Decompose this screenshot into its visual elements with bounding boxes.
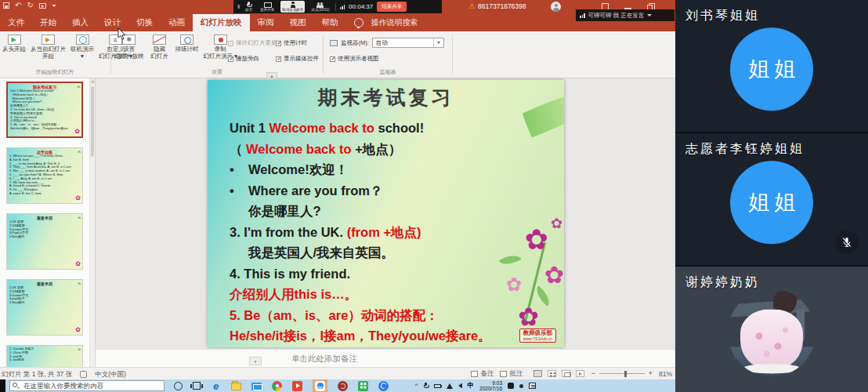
slideshow-view-icon[interactable] [576,370,584,377]
tray-dot-icon[interactable] [519,384,523,388]
leaf-decoration: ❧ [76,84,81,89]
taskbar-search-input[interactable] [9,380,165,391]
notes-splitter-handle[interactable]: ▾ [249,357,262,365]
from-current-slide-button[interactable]: 从当前幻灯片开始 [28,33,68,61]
mute-button[interactable]: 静音 [244,1,254,13]
tab-transitions[interactable]: 切换 [128,14,161,31]
language-indicator[interactable]: 中文(中国) [95,370,126,379]
speaker-indicator[interactable]: 可聊可聊 我 正在发言 [576,9,675,21]
thumbnail-scrollbar[interactable]: ▲ [89,78,95,367]
monitor-select[interactable]: 自动 [372,38,444,48]
wifi-icon[interactable] [447,383,453,389]
new-share-button[interactable]: 新的共享 [259,1,276,13]
start-button[interactable] [0,379,5,392]
tab-file[interactable]: 文件 [0,14,32,31]
group-monitors: 监视器(M): 自动 使用演示者视图 监视器 [325,31,450,78]
clock[interactable]: 9:032020/7/16 [479,380,502,391]
file-explorer-icon[interactable] [231,383,241,390]
quick-access-toolbar: ↶ ↻ [3,2,56,9]
tab-animations[interactable]: 动画 [161,14,193,31]
accessibility-icon[interactable] [80,371,87,378]
slide-canvas[interactable]: 期末考试复习 Unit 1 Welcome back to school!（ W… [208,80,564,347]
save-icon[interactable] [3,2,9,9]
zoom-out-icon[interactable]: − [591,370,595,377]
cortana-icon[interactable] [174,382,183,390]
tray-app-icon[interactable] [508,383,514,389]
reading-view-icon[interactable] [562,370,570,377]
scrollbar-thumb[interactable] [91,86,94,157]
rehearse-timings-button[interactable]: 排练计时 [173,33,201,55]
account-avatar[interactable] [551,2,561,12]
notification-center-icon[interactable] [529,383,536,389]
volume-icon[interactable] [458,383,462,388]
dress-frill [743,364,800,373]
unmute-all-button[interactable]: 取消全员静音 [280,1,305,13]
from-beginning-button[interactable]: 从头开始 [0,33,28,55]
battery-icon[interactable] [434,384,441,388]
blue-app-icon[interactable] [378,381,389,391]
tencent-meeting-icon[interactable] [315,381,325,391]
hide-slide-button[interactable]: 隐藏幻灯片 [146,33,173,61]
green-app-icon[interactable] [358,381,368,391]
slide-thumbnail-5[interactable]: ❧1. Canada 加拿大2. China 中国3. and 和4. dad爸… [6,345,83,367]
zoom-slider-thumb[interactable] [624,371,627,377]
slide-thumbnail-4[interactable]: ❧重要单词1.UK 英国2.USA美国3.student学生4.pupil孩子5… [6,279,83,336]
edge-icon[interactable]: e [211,381,221,391]
slide-thumbnail-3[interactable]: ❧重要单词1.UK 英国2.USA美国3.student学生4.Pupil小学生… [6,213,83,270]
tab-review[interactable]: 审阅 [250,14,282,31]
participant-tile[interactable]: 志愿者李钰婷姐姐姐姐 [675,133,868,265]
notes-toggle[interactable]: 备注 [471,369,494,379]
slide-sorter-view-icon[interactable] [548,370,556,377]
normal-view-icon[interactable] [533,370,542,377]
tab-help[interactable]: 帮助 [314,14,346,31]
start-slideshow-icon[interactable] [39,3,46,9]
checkbox-label: 显示媒体控件 [284,55,319,63]
notes-pane[interactable]: ▾ 单击此处添加备注 [96,349,675,367]
thumbnail-line: 5.New新的 [9,301,80,305]
slide-text-segment: Welcome back to [269,121,378,135]
task-view-icon[interactable] [193,382,201,390]
mail-icon[interactable] [251,383,262,390]
ribbon-checkbox[interactable]: 显示媒体控件 [276,53,319,64]
video-app-icon[interactable] [292,381,302,391]
tab-view[interactable]: 视图 [282,14,314,31]
thumbnail-line: A. come B. live C. from [9,192,80,196]
tab-home[interactable]: 开始 [32,14,64,31]
monitor-label: 监视器(M): [341,39,369,47]
pause-icon[interactable]: ‖ [237,4,240,10]
participant-tile[interactable]: 谢婷婷奶奶 [675,267,868,392]
zoom-level[interactable]: 81% [659,370,672,378]
end-share-button[interactable]: 结束共享 [377,2,407,12]
zoom-in-icon[interactable]: + [649,370,653,377]
presenter-view-checkbox[interactable]: 使用演示者视图 [330,55,379,63]
slide-thumbnail-2[interactable]: ❧边学边练1. Where are you ___? I'm from Chin… [6,147,83,204]
bullet-icon: • [230,159,248,180]
ribbon-checkbox[interactable]: 保持幻灯片更新 [228,38,273,49]
undo-icon[interactable]: ↶ [15,2,21,9]
quick-access-chevron-icon[interactable] [52,5,56,7]
ime-indicator[interactable]: 中 [468,381,475,390]
chrome-icon[interactable] [272,381,282,391]
meeting-button-label: 成员(35/52) [311,8,329,12]
redo-icon[interactable]: ↻ [27,2,33,9]
tab-insert[interactable]: 插入 [64,14,96,31]
comments-toggle[interactable]: 批注 [500,369,523,379]
tray-mic-icon[interactable] [424,383,429,390]
slide-thumbnail-1[interactable]: ❧期末考试复习Unit 1 Welcome back to school!（We… [6,82,83,138]
participant-tile[interactable]: 刘书琴姐姐姐姐 [675,0,868,132]
hidden-icons-chevron[interactable]: ^ [415,383,418,389]
ribbon-checkbox[interactable]: 使用计时 [276,38,319,49]
mouse-cursor [118,28,126,41]
tell-me-search[interactable]: 操作说明搜索 [367,14,423,31]
office-app-icon[interactable] [338,381,348,391]
present-online-button[interactable]: 联机演示▾ [68,33,96,61]
scroll-up-arrow[interactable]: ▲ [90,78,96,85]
tab-slide-show[interactable]: 幻灯片放映 [193,14,250,31]
notes-placeholder[interactable]: 单击此处添加备注 [291,354,357,365]
slide-body: Unit 1 Welcome back to school!（ Welcome … [208,118,564,347]
zoom-slider[interactable] [599,373,645,375]
minimize-icon[interactable] [624,5,631,9]
mic-icon [245,2,252,8]
ribbon-checkbox[interactable]: 播放旁白 [228,53,273,64]
members-button[interactable]: 成员(35/52) [309,1,331,13]
